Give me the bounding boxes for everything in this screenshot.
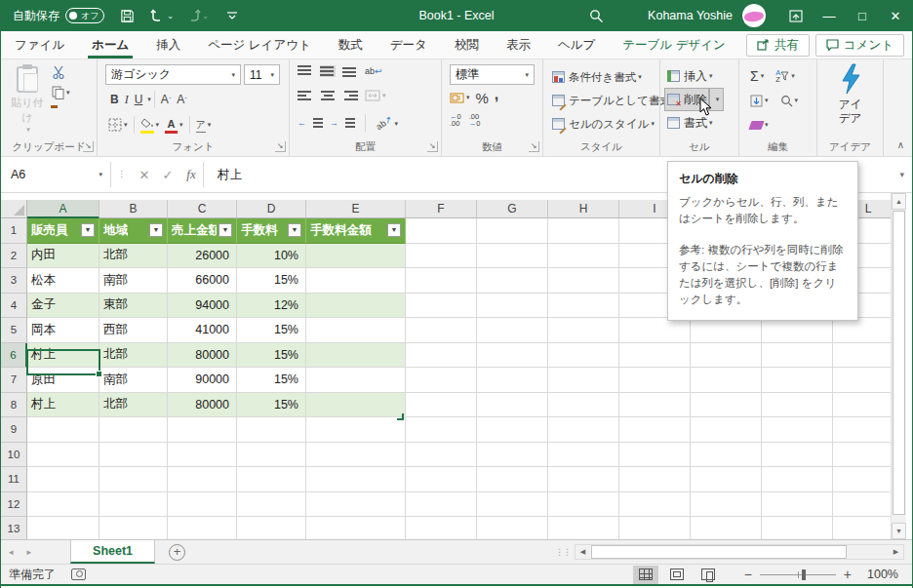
cell[interactable] (762, 443, 833, 468)
tab-1[interactable]: ホーム (78, 31, 142, 59)
cell[interactable] (477, 343, 548, 369)
scroll-left-icon[interactable]: ◀ (576, 545, 590, 559)
horizontal-scrollbar[interactable]: ◀ ▶ (575, 544, 904, 560)
cell[interactable] (691, 318, 762, 343)
macro-record-icon[interactable] (71, 568, 86, 580)
cell[interactable]: 15% (237, 393, 306, 418)
cell[interactable] (477, 443, 548, 468)
cell[interactable] (477, 517, 548, 539)
autosum-icon[interactable]: Σ▾ (747, 65, 767, 87)
sheet-nav-arrows[interactable]: ◂▸ (9, 547, 45, 557)
quick-access-more-icon[interactable] (219, 6, 245, 25)
cell[interactable] (477, 318, 548, 343)
cell[interactable] (406, 218, 477, 244)
cell[interactable] (27, 443, 99, 468)
tab-3[interactable]: ページ レイアウト (194, 31, 325, 59)
comma-style-icon[interactable]: , (495, 86, 498, 103)
cell[interactable] (691, 467, 762, 492)
tab-6[interactable]: 校閲 (441, 31, 493, 59)
cancel-icon[interactable]: ✕ (133, 163, 156, 186)
cell[interactable] (306, 393, 406, 418)
cell[interactable] (306, 368, 406, 393)
row-header-7[interactable]: 7 (1, 368, 27, 393)
zoom-slider-thumb[interactable] (802, 569, 806, 580)
name-box[interactable]: A6▾ (1, 157, 110, 192)
tab-0[interactable]: ファイル (1, 31, 78, 59)
search-icon[interactable] (583, 6, 609, 25)
column-header-H[interactable]: H (548, 200, 619, 218)
sort-filter-icon[interactable]: AZ▾ (773, 65, 798, 87)
cell[interactable] (691, 368, 762, 393)
scroll-right-icon[interactable]: ▶ (889, 545, 903, 559)
table-header-cell[interactable]: 販売員▼ (27, 218, 99, 244)
cell[interactable] (306, 318, 406, 343)
cell[interactable] (99, 417, 168, 443)
cell[interactable]: 26000 (168, 244, 237, 269)
close-button[interactable]: ✕ (879, 0, 912, 31)
cell[interactable] (619, 343, 691, 369)
cell[interactable] (477, 417, 548, 443)
cell[interactable] (833, 343, 893, 369)
zoom-in-icon[interactable]: + (844, 567, 852, 582)
cell[interactable] (27, 517, 99, 539)
cell[interactable] (691, 443, 762, 468)
copy-icon[interactable]: ▾ (52, 86, 70, 99)
cell[interactable]: 41000 (168, 318, 237, 343)
cell[interactable]: 90000 (168, 368, 237, 393)
cell[interactable] (237, 417, 306, 443)
zoom-slider[interactable] (760, 574, 836, 575)
scroll-down-icon[interactable]: ▼ (892, 523, 906, 539)
column-header-F[interactable]: F (406, 200, 477, 218)
cell[interactable] (762, 467, 833, 492)
filter-icon[interactable]: ▼ (149, 223, 163, 237)
cell[interactable] (762, 417, 833, 443)
cell[interactable] (548, 368, 619, 393)
cell[interactable]: 北部 (99, 244, 168, 269)
cell[interactable] (477, 467, 548, 492)
zoom-out-icon[interactable]: − (744, 567, 752, 582)
undo-button[interactable]: ⌄ (149, 6, 175, 25)
table-header-cell[interactable]: 手数料金額▼ (306, 218, 406, 244)
table-header-cell[interactable]: 地域▼ (99, 218, 168, 244)
cell[interactable] (619, 393, 691, 418)
currency-format-icon[interactable]: ▾ (450, 92, 470, 104)
alignment-dialog-launcher[interactable]: ↘ (427, 141, 438, 152)
fill-icon[interactable]: ▾ (747, 90, 772, 111)
cell[interactable] (833, 393, 893, 418)
cell[interactable]: 12% (237, 294, 306, 319)
autosave-toggle[interactable]: 自動保存 オフ (13, 8, 104, 24)
cell[interactable] (477, 492, 548, 518)
zoom-level[interactable]: 100% (867, 568, 898, 581)
cell[interactable] (27, 492, 99, 518)
cell[interactable]: 金子 (27, 294, 99, 319)
filter-icon[interactable]: ▼ (387, 223, 401, 237)
cell[interactable] (762, 368, 833, 393)
font-size-select[interactable]: 11▾ (244, 64, 280, 85)
save-icon[interactable] (114, 6, 139, 25)
cell[interactable]: 岡本 (27, 318, 99, 343)
row-header-13[interactable]: 13 (1, 517, 27, 539)
cell[interactable] (27, 417, 99, 443)
insert-function-icon[interactable]: fx (179, 163, 203, 186)
filter-icon[interactable]: ▼ (288, 223, 301, 237)
cell[interactable]: 南部 (99, 268, 168, 294)
cell[interactable] (237, 517, 306, 539)
number-dialog-launcher[interactable]: ↘ (529, 141, 539, 152)
top-align-icon[interactable] (298, 65, 313, 77)
cell[interactable]: 80000 (168, 393, 237, 418)
select-all-corner[interactable] (1, 200, 27, 218)
cell-styles-button[interactable]: セルのスタイル▾ (549, 113, 657, 135)
vertical-scroll-thumb[interactable] (893, 211, 905, 515)
cell[interactable] (833, 368, 893, 393)
merge-center-icon[interactable]: ▾ (365, 90, 386, 101)
cell[interactable]: 94000 (168, 294, 237, 319)
align-left-icon[interactable] (298, 90, 313, 101)
cell[interactable]: 東部 (99, 294, 168, 319)
phonetic-guide-icon[interactable]: ア▾ (193, 114, 215, 136)
filter-icon[interactable]: ▼ (218, 223, 232, 237)
cell[interactable] (306, 417, 406, 443)
cell[interactable] (548, 467, 619, 492)
cell[interactable]: 15% (237, 343, 306, 369)
cell[interactable] (306, 443, 406, 468)
cell[interactable] (548, 417, 619, 443)
